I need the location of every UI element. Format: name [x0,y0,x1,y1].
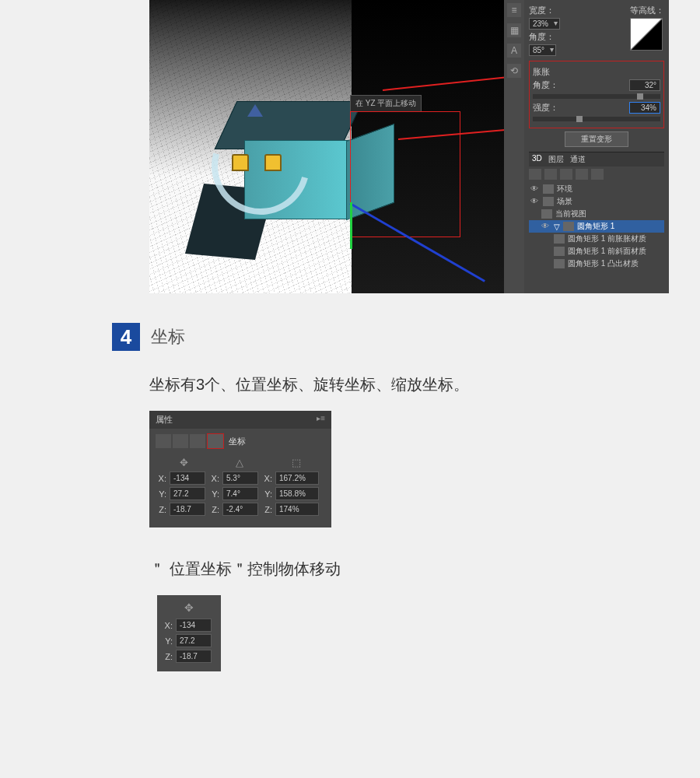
reset-button[interactable]: 重置变形 [565,131,628,147]
strength-label: 强度： [533,102,558,114]
pos-z-input[interactable]: -18.7 [170,503,205,516]
coord-row: Z:-18.7 [162,650,216,663]
light-icon[interactable] [232,154,249,171]
angle-dropdown[interactable]: 85° [529,44,556,56]
axis-label: Z: [208,505,219,514]
move-icon: ✥ [180,457,188,468]
axis-label: Y: [162,636,173,646]
strength-value[interactable]: 34% [629,102,660,114]
material-icon [554,247,565,256]
tool-icon[interactable]: ⟲ [507,64,521,78]
tab-row: 坐标 [149,429,331,454]
tab-icon[interactable] [156,434,171,448]
material-icon [554,234,565,244]
width-label: 宽度： [529,5,555,16]
tab-channels[interactable]: 通道 [570,154,586,165]
axis-label: X: [261,474,272,483]
axis-label: Z: [162,652,173,661]
highlighted-section: 胀胀 角度：32° 强度：34% [529,61,664,128]
light-icon[interactable] [264,154,282,171]
filter-icon[interactable] [576,169,588,180]
angle2-label: 角度： [533,79,558,91]
position-panel: ✥ X:-134 Y:27.2 Z:-18.7 [157,595,221,671]
tab-icon[interactable] [190,434,205,448]
axis-label: X: [156,474,166,483]
filter-row [529,169,664,180]
contour-swatch[interactable] [630,18,663,51]
filter-icon[interactable] [529,169,541,180]
axis-handle[interactable] [247,104,263,117]
panel-tabs: 3D 图层 通道 [529,152,664,166]
filter-icon[interactable] [591,169,604,180]
scale-icon: ⬚ [292,457,301,468]
coord-row: X:-134 [162,619,216,632]
selection-outline [350,111,460,237]
scale-z-input[interactable]: 174% [275,503,319,516]
coordinates-grid: ✥ △ ⬚ X:-134 X:5.3° X:167.2% Y:27.2 Y:7.… [149,454,331,521]
axis-label: X: [162,621,173,630]
angle-label: 角度： [529,31,555,43]
coord-row: Z:-18.7 Z:-2.4° Z:174% [156,503,325,516]
tree-row[interactable]: 当前视图 [529,208,664,220]
angle2-value[interactable]: 32° [629,79,660,91]
coord-row: X:-134 X:5.3° X:167.2% [156,471,325,485]
tree-row[interactable]: 👁环境 [529,183,664,195]
filter-icon[interactable] [544,169,557,180]
tab-icon-coords[interactable] [207,433,224,449]
caption-text: ＂ 位置坐标＂控制物体移动 [149,559,700,580]
tool-icon[interactable]: ≡ [507,3,521,17]
section-heading: 4 坐标 [112,323,700,351]
intro-text: 坐标有3个、位置坐标、旋转坐标、缩放坐标。 [149,374,700,395]
axis-label: Y: [156,489,166,499]
filter-icon[interactable] [560,169,572,180]
viewport-tooltip: 在 YZ 平面上移动 [350,95,422,112]
contour-label: 等高线： [630,5,664,16]
visibility-icon[interactable]: 👁 [530,184,540,194]
pos-x-input[interactable]: -134 [170,471,205,485]
width-dropdown[interactable]: 23% [529,18,560,30]
pos-x-input[interactable]: -134 [176,619,212,632]
tab-icon[interactable] [173,434,188,448]
axis-label: Z: [156,505,166,514]
view-icon [541,209,552,219]
env-icon [543,184,554,194]
material-icon [554,259,565,268]
pos-y-input[interactable]: 27.2 [176,634,212,647]
right-panel: ≡ ▦ A ⟲ 宽度： 23% 角度： 85° 等高线： [504,0,669,293]
axis-label: Z: [261,505,272,514]
scene-tree: 👁环境 👁场景 当前视图 👁▽圆角矩形 1 圆角矩形 1 前胀胀材质 圆角矩形 … [529,183,664,270]
tree-row[interactable]: 圆角矩形 1 凸出材质 [529,258,664,270]
visibility-icon[interactable]: 👁 [541,222,551,231]
scene-icon [543,197,554,206]
scale-y-input[interactable]: 158.8% [275,487,319,500]
tool-column: ≡ ▦ A ⟲ [504,0,524,293]
tool-icon[interactable]: ▦ [507,23,521,37]
scale-x-input[interactable]: 167.2% [275,471,319,485]
coord-row: Y:27.2 Y:7.4° Y:158.8% [156,487,325,500]
cube-object[interactable] [194,109,358,210]
3d-viewport: 在 YZ 平面上移动 [149,0,504,293]
tree-row-selected[interactable]: 👁▽圆角矩形 1 [529,220,664,233]
top-screenshot: 在 YZ 平面上移动 ≡ ▦ A ⟲ 宽度： 23% 角度： 85 [149,0,669,293]
strength-slider[interactable] [533,117,660,121]
tab-layers[interactable]: 图层 [548,154,564,165]
panel-menu-icon[interactable]: ▸≡ [317,414,325,426]
rot-x-input[interactable]: 5.3° [222,471,258,485]
tab-3d[interactable]: 3D [532,154,542,165]
rot-y-input[interactable]: 7.4° [222,487,258,500]
move-icon: ✥ [162,601,216,614]
tree-row[interactable]: 圆角矩形 1 前斜面材质 [529,245,664,258]
tree-row[interactable]: 圆角矩形 1 前胀胀材质 [529,233,664,245]
rot-z-input[interactable]: -2.4° [222,503,258,516]
tree-row[interactable]: 👁场景 [529,195,664,208]
pos-y-input[interactable]: 27.2 [170,487,205,500]
panel-title: 属性 [156,414,173,426]
section-title: 胀胀 [533,66,550,78]
panel-header: 属性 ▸≡ [149,411,331,429]
angle2-slider[interactable] [533,94,660,99]
pos-z-input[interactable]: -18.7 [176,650,212,663]
visibility-icon[interactable]: 👁 [530,197,540,206]
axis-label: X: [208,474,219,483]
tool-icon[interactable]: A [507,44,521,58]
y-axis[interactable] [350,202,352,249]
